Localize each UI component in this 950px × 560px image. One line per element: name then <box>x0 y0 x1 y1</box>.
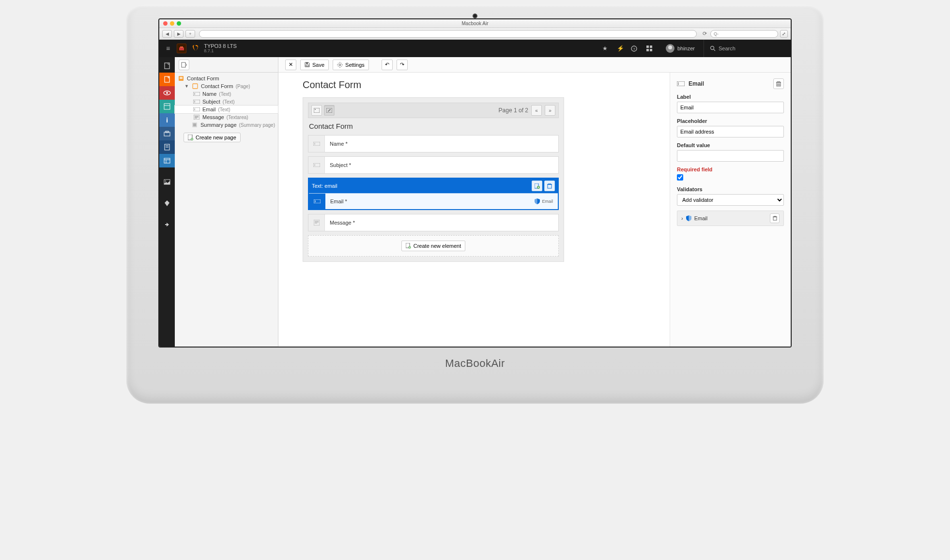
module-func-icon[interactable] <box>159 127 175 140</box>
default-value-input[interactable] <box>677 150 784 162</box>
module-forms-icon[interactable] <box>159 140 175 154</box>
module-view-icon[interactable] <box>159 86 175 100</box>
field-email-selected[interactable]: Text: email Email * <box>308 178 559 210</box>
app-search[interactable]: Search <box>704 40 786 57</box>
menu-toggle-icon[interactable]: ≡ <box>164 45 172 52</box>
view-mode-edit-button[interactable] <box>324 105 335 116</box>
field-message[interactable]: Message * <box>308 214 559 231</box>
svg-rect-86 <box>677 81 685 86</box>
svg-rect-16 <box>167 118 168 119</box>
label-input[interactable] <box>677 102 784 113</box>
required-field-checkbox[interactable] <box>677 174 683 181</box>
app-topbar: ≡ TYPO3 8 LTS 8.7.1 ★ ⚡ ? bhinzer <box>159 40 791 57</box>
placeholder-label: Placeholder <box>677 118 784 124</box>
trash-icon <box>547 183 552 189</box>
new-tab-button[interactable]: + <box>185 30 195 38</box>
tree-summary-page[interactable]: Summary page (Summary page) <box>175 121 278 129</box>
svg-rect-10 <box>165 63 169 69</box>
bolt-icon[interactable]: ⚡ <box>615 45 626 52</box>
collapse-icon[interactable]: ▼ <box>184 84 189 89</box>
pager-label: Page 1 of 2 <box>499 107 528 114</box>
view-mode-preview-button[interactable] <box>311 105 322 116</box>
placeholder-input[interactable] <box>677 126 784 137</box>
validator-delete-button[interactable] <box>770 213 780 223</box>
module-layout-icon[interactable] <box>159 154 175 167</box>
fullscreen-icon[interactable]: ⤢ <box>780 30 788 38</box>
close-icon: ✕ <box>289 61 293 68</box>
text-field-icon <box>193 106 200 112</box>
close-button[interactable]: ✕ <box>285 60 296 70</box>
create-new-element-button[interactable]: Create new element <box>401 241 465 251</box>
tree-expand-button[interactable] <box>179 60 189 70</box>
svg-rect-67 <box>313 163 320 167</box>
chevron-right-icon: › <box>681 215 683 221</box>
undo-icon: ↶ <box>385 61 389 68</box>
redo-button[interactable]: ↷ <box>397 60 408 70</box>
brand-label: TYPO3 8 LTS 8.7.1 <box>204 43 237 54</box>
form-icon <box>178 76 184 81</box>
nav-back-button[interactable]: ◀ <box>162 30 172 38</box>
undo-button[interactable]: ↶ <box>382 60 393 70</box>
nav-forward-button[interactable]: ▶ <box>174 30 184 38</box>
label-label: Label <box>677 94 784 100</box>
svg-rect-65 <box>313 142 320 146</box>
pager-next-button[interactable]: » <box>545 105 555 116</box>
svg-rect-62 <box>314 108 320 113</box>
module-template-icon[interactable] <box>159 100 175 113</box>
tree-item-subject[interactable]: Subject (Text) <box>175 98 278 106</box>
url-input[interactable] <box>199 30 697 38</box>
pager-prev-button[interactable]: « <box>531 105 542 116</box>
save-icon <box>305 62 310 67</box>
module-page-icon[interactable] <box>159 59 175 73</box>
bookmark-icon[interactable]: ★ <box>600 45 611 52</box>
minimize-window-icon[interactable] <box>170 21 174 26</box>
svg-rect-28 <box>182 62 185 67</box>
laptop-camera <box>473 14 477 18</box>
tree-item-name[interactable]: Name (Text) <box>175 90 278 98</box>
add-element-button[interactable] <box>532 181 542 191</box>
svg-point-53 <box>339 64 341 66</box>
textarea-icon <box>193 114 200 120</box>
tree-page[interactable]: ▼ Contact Form (Page) <box>175 82 278 90</box>
field-name[interactable]: Name * <box>308 135 559 152</box>
drag-handle-icon[interactable] <box>309 194 325 209</box>
delete-element-button[interactable] <box>544 181 555 191</box>
user-menu[interactable]: bhinzer <box>662 44 699 53</box>
tree-item-message[interactable]: Message (Textarea) <box>175 113 278 121</box>
svg-rect-17 <box>167 119 168 122</box>
svg-line-61 <box>341 63 342 63</box>
drag-handle-icon[interactable] <box>308 157 325 173</box>
svg-rect-96 <box>774 216 776 217</box>
browser-search-input[interactable]: Q- <box>710 30 778 38</box>
tree-item-email[interactable]: Email (Text) <box>175 106 278 113</box>
validator-item[interactable]: › Email <box>677 211 784 226</box>
field-subject[interactable]: Subject * <box>308 156 559 174</box>
inspector-delete-button[interactable] <box>773 78 784 89</box>
inspector-panel: Email Label Placeholder Default val <box>670 73 791 347</box>
help-icon[interactable]: ? <box>631 45 642 52</box>
drag-handle-icon[interactable] <box>308 136 325 152</box>
textarea-handle-icon[interactable] <box>308 214 325 231</box>
default-value-label: Default value <box>677 142 784 148</box>
svg-point-63 <box>315 109 316 110</box>
module-about-icon[interactable] <box>159 197 175 210</box>
close-window-icon[interactable] <box>163 21 168 26</box>
reload-icon[interactable]: ⟳ <box>701 30 708 37</box>
zoom-window-icon[interactable] <box>177 21 181 26</box>
module-list-icon[interactable] <box>159 73 175 86</box>
add-validator-select[interactable]: Add validator <box>677 194 784 206</box>
create-new-page-button[interactable]: Create new page <box>184 133 241 142</box>
tree-root[interactable]: Contact Form <box>175 75 278 82</box>
avatar-icon <box>666 44 674 53</box>
settings-button[interactable]: Settings <box>333 60 369 70</box>
module-filelist-icon[interactable] <box>159 175 175 189</box>
dropzone[interactable]: Create new element <box>308 235 559 257</box>
svg-rect-94 <box>773 217 777 220</box>
module-extension-icon[interactable] <box>159 218 175 231</box>
application-icon[interactable] <box>646 45 657 51</box>
svg-rect-52 <box>306 65 308 66</box>
module-info-icon[interactable] <box>159 113 175 127</box>
cache-toolbar-icon[interactable] <box>177 44 186 53</box>
svg-rect-7 <box>650 49 652 51</box>
save-button[interactable]: Save <box>300 60 329 70</box>
